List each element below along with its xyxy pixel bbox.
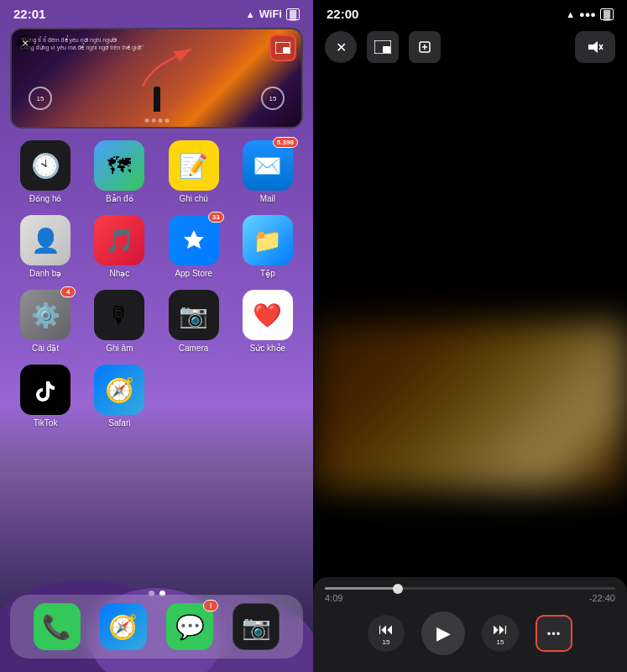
recorder-icon: 🎙 [94, 290, 144, 340]
settings-badge: 4 [60, 286, 76, 297]
dock: 📞 🧭 💬 ! 📷 [10, 595, 303, 659]
play-icon: ▶ [436, 622, 451, 644]
left-status-bar: 22:01 ▲ WiFi ▓ [0, 0, 313, 24]
right-battery-icon: ▓ [600, 8, 614, 20]
svg-rect-1 [283, 47, 290, 53]
right-status-bar: 22:00 ▲ ●●● ▓ [313, 0, 627, 24]
camera-icon: 📷 [169, 290, 219, 340]
rotate-button[interactable] [409, 31, 441, 63]
progress-bar-container[interactable]: 4:09 -22:40 [325, 587, 615, 603]
widget-progress-dots [144, 118, 169, 123]
play-button[interactable]: ▶ [421, 612, 465, 655]
contacts-label: Danh bạ [29, 269, 61, 278]
right-phone-screen: 22:00 ▲ ●●● ▓ ✕ [313, 0, 627, 672]
music-label: Nhạc [109, 269, 129, 278]
tiktok-label: TikTok [34, 418, 58, 428]
dock-phone[interactable]: 📞 [34, 603, 81, 650]
svg-marker-8 [588, 41, 598, 53]
app-files[interactable]: 📁 Tệp [234, 215, 301, 278]
messages-badge: ! [203, 600, 218, 612]
left-time: 22:01 [13, 7, 45, 21]
app-maps[interactable]: 🗺 Bản đồ [86, 140, 153, 203]
health-icon: ❤️ [243, 290, 293, 340]
recorder-label: Ghi âm [106, 344, 133, 353]
app-settings[interactable]: ⚙️ 4 Cài đặt [12, 290, 79, 353]
skip-back-button[interactable]: ⏮ 15 [368, 615, 405, 652]
right-location-icon: ▲ [566, 9, 575, 19]
maps-icon: 🗺 [94, 140, 144, 191]
location-icon: ▲ [246, 9, 255, 19]
playback-controls: ⏮ 15 ▶ ⏭ 15 ••• [325, 612, 615, 655]
maps-label: Bản đồ [106, 194, 133, 203]
app-recorder[interactable]: 🎙 Ghi âm [86, 290, 153, 353]
pip-button[interactable] [367, 31, 399, 63]
right-wifi-icon: ●●● [579, 9, 596, 19]
video-text: "Đừng tỉ tỉ đêm để yêu nơi nghi ngườiCũn… [20, 36, 268, 51]
skip-back-widget[interactable]: 15 [29, 87, 52, 110]
contacts-icon: 👤 [20, 215, 71, 265]
appstore-label: App Store [175, 269, 212, 278]
skip-forward-button[interactable]: ⏭ 15 [482, 615, 519, 652]
progress-bar-track [325, 587, 615, 590]
dock-messages[interactable]: 💬 ! [166, 603, 213, 650]
video-area [313, 70, 627, 490]
app-grid: 🕙 Đồng hồ 🗺 Bản đồ 📝 Ghi chú ✉️ 5.398 Ma… [0, 135, 313, 433]
app-mail[interactable]: ✉️ 5.398 Mail [234, 140, 301, 203]
camera-label: Camera [179, 344, 209, 353]
battery-icon: ▓ [286, 8, 300, 20]
app-safari[interactable]: 🧭 Safari [86, 365, 153, 428]
files-icon: 📁 [243, 215, 293, 265]
appstore-badge: 33 [208, 212, 224, 223]
notes-label: Ghi chú [179, 194, 207, 203]
health-label: Sức khỏe [250, 344, 286, 353]
dock-camera[interactable]: 📷 [233, 603, 280, 650]
more-icon: ••• [547, 627, 562, 640]
right-time: 22:00 [327, 7, 358, 21]
clock-icon: 🕙 [20, 140, 71, 191]
volume-button[interactable] [575, 31, 615, 63]
dot [165, 118, 169, 123]
settings-icon: ⚙️ [20, 290, 71, 340]
safari-label: Safari [108, 418, 130, 428]
left-status-icons: ▲ WiFi ▓ [246, 8, 300, 20]
player-controls: 4:09 -22:40 ⏮ 15 ▶ ⏭ 15 ••• [313, 577, 627, 672]
app-contacts[interactable]: 👤 Danh bạ [12, 215, 79, 278]
video-widget[interactable]: "Đừng tỉ tỉ đêm để yêu nơi nghi ngườiCũn… [10, 28, 303, 129]
app-camera[interactable]: 📷 Camera [160, 290, 227, 353]
pip-widget-button[interactable] [269, 34, 296, 61]
close-widget-button[interactable]: ✕ [17, 34, 34, 51]
left-phone-screen: 22:01 ▲ WiFi ▓ "Đừng tỉ tỉ đêm để yêu nơ… [0, 0, 313, 672]
dock-safari[interactable]: 🧭 [100, 603, 147, 650]
app-appstore[interactable]: 33 App Store [160, 215, 227, 278]
mail-badge: 5.398 [273, 137, 298, 148]
progress-bar-fill [325, 587, 398, 590]
safari-icon: 🧭 [94, 365, 144, 415]
more-options-button[interactable]: ••• [536, 615, 572, 652]
skip-fwd-widget[interactable]: 15 [261, 87, 285, 110]
files-label: Tệp [260, 269, 275, 278]
svg-rect-4 [383, 46, 390, 53]
dot [158, 118, 162, 123]
tiktok-icon [20, 365, 71, 415]
app-health[interactable]: ❤️ Sức khỏe [234, 290, 301, 353]
wifi-icon: WiFi [259, 8, 282, 20]
video-blur-overlay [313, 322, 627, 490]
app-music[interactable]: 🎵 Nhạc [86, 215, 153, 278]
app-clock[interactable]: 🕙 Đồng hồ [12, 140, 79, 203]
right-status-icons: ▲ ●●● ▓ [566, 8, 614, 20]
appstore-icon [169, 215, 219, 265]
top-controls-bar: ✕ [313, 24, 627, 70]
close-button[interactable]: ✕ [325, 31, 357, 63]
app-notes[interactable]: 📝 Ghi chú [160, 140, 227, 203]
time-remaining: -22:40 [589, 593, 615, 603]
settings-label: Cài đặt [32, 344, 59, 353]
app-tiktok[interactable]: TikTok [12, 365, 79, 428]
time-elapsed: 4:09 [325, 593, 342, 603]
music-icon: 🎵 [94, 215, 144, 265]
figure-silhouette [154, 87, 160, 112]
progress-thumb [393, 584, 403, 594]
dot [151, 118, 155, 123]
mail-label: Mail [260, 194, 275, 203]
notes-icon: 📝 [169, 140, 219, 191]
clock-label: Đồng hồ [29, 194, 62, 203]
